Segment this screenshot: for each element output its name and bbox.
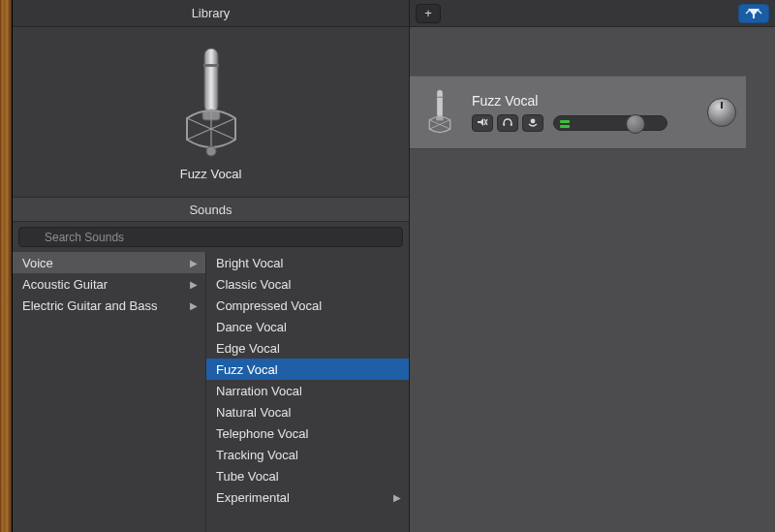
add-track-button[interactable]: + bbox=[416, 4, 441, 23]
library-header: Library bbox=[13, 0, 409, 27]
preset-item-label: Natural Vocal bbox=[216, 405, 291, 420]
preset-item[interactable]: Tracking Vocal bbox=[206, 444, 409, 465]
preset-item-label: Classic Vocal bbox=[216, 277, 291, 292]
category-item-label: Electric Guitar and Bass bbox=[22, 298, 157, 313]
input-icon bbox=[527, 116, 539, 130]
pan-knob[interactable] bbox=[707, 98, 736, 127]
preset-preview: Fuzz Vocal bbox=[13, 27, 409, 197]
sounds-header: Sounds bbox=[13, 197, 409, 222]
plus-icon: + bbox=[424, 6, 432, 20]
preset-item-label: Tube Vocal bbox=[216, 469, 279, 484]
svg-point-6 bbox=[206, 146, 216, 156]
svg-rect-12 bbox=[437, 97, 444, 98]
track-name: Fuzz Vocal bbox=[472, 93, 688, 109]
svg-rect-1 bbox=[203, 64, 219, 67]
category-item-label: Voice bbox=[22, 256, 53, 270]
filter-icon bbox=[745, 8, 762, 19]
filter-button[interactable] bbox=[738, 4, 769, 23]
preset-item-label: Narration Vocal bbox=[216, 384, 302, 398]
chevron-right-icon: ▶ bbox=[393, 492, 401, 503]
headphone-icon bbox=[502, 116, 513, 130]
chevron-right-icon: ▶ bbox=[190, 279, 198, 290]
tracks-toolbar: + bbox=[410, 0, 775, 27]
svg-rect-11 bbox=[437, 90, 443, 117]
preset-item-label: Fuzz Vocal bbox=[216, 362, 278, 377]
preset-item-label: Bright Vocal bbox=[216, 256, 283, 270]
svg-line-9 bbox=[746, 10, 750, 14]
preset-item[interactable]: Dance Vocal bbox=[206, 316, 409, 337]
track-header[interactable]: Fuzz Vocal bbox=[410, 76, 746, 149]
preset-item-label: Compressed Vocal bbox=[216, 298, 322, 313]
headphone-button[interactable] bbox=[497, 114, 518, 132]
mute-icon bbox=[477, 116, 488, 130]
chevron-right-icon: ▶ bbox=[190, 300, 198, 311]
search-input[interactable] bbox=[18, 227, 403, 247]
svg-rect-18 bbox=[503, 123, 505, 126]
preset-item[interactable]: Experimental▶ bbox=[206, 486, 409, 508]
sound-browser: Voice▶Acoustic Guitar▶Electric Guitar an… bbox=[13, 252, 409, 532]
preset-item[interactable]: Natural Vocal bbox=[206, 401, 409, 422]
preset-column: Bright VocalClassic VocalCompressed Voca… bbox=[206, 252, 409, 532]
chevron-right-icon: ▶ bbox=[190, 258, 198, 268]
library-title: Library bbox=[192, 6, 231, 20]
track-meta: Fuzz Vocal bbox=[472, 93, 688, 132]
svg-rect-0 bbox=[204, 48, 218, 112]
preset-item[interactable]: Bright Vocal bbox=[206, 252, 409, 273]
category-item-label: Acoustic Guitar bbox=[22, 277, 108, 292]
preset-item[interactable]: Edge Vocal bbox=[206, 337, 409, 359]
library-panel: Library Fuzz Vocal Sounds bbox=[13, 0, 410, 532]
tracks-pane: + bbox=[410, 0, 775, 532]
wood-edge bbox=[0, 0, 13, 532]
svg-line-10 bbox=[758, 10, 761, 14]
preset-item[interactable]: Classic Vocal bbox=[206, 273, 409, 295]
preset-item-label: Tracking Vocal bbox=[216, 448, 298, 462]
preset-item[interactable]: Fuzz Vocal bbox=[206, 359, 409, 380]
category-column: Voice▶Acoustic Guitar▶Electric Guitar an… bbox=[13, 252, 206, 532]
input-monitor-button[interactable] bbox=[522, 114, 543, 132]
level-led-icon bbox=[560, 125, 570, 128]
svg-point-20 bbox=[531, 119, 536, 124]
preset-item[interactable]: Narration Vocal bbox=[206, 380, 409, 401]
preset-item-label: Dance Vocal bbox=[216, 320, 287, 334]
track-thumb-icon bbox=[418, 83, 462, 141]
volume-knob[interactable] bbox=[626, 114, 645, 134]
category-item[interactable]: Voice▶ bbox=[13, 252, 205, 273]
category-item[interactable]: Electric Guitar and Bass▶ bbox=[13, 295, 205, 316]
search-wrap bbox=[13, 222, 409, 252]
preset-item[interactable]: Tube Vocal bbox=[206, 465, 409, 486]
volume-slider[interactable] bbox=[553, 115, 667, 131]
level-led-icon bbox=[560, 120, 570, 123]
preset-name: Fuzz Vocal bbox=[180, 167, 242, 181]
sounds-title: Sounds bbox=[189, 203, 232, 217]
microphone-icon bbox=[177, 43, 245, 159]
preset-item[interactable]: Compressed Vocal bbox=[206, 295, 409, 316]
preset-item-label: Experimental bbox=[216, 490, 290, 505]
mute-button[interactable] bbox=[472, 114, 493, 132]
preset-item-label: Edge Vocal bbox=[216, 341, 280, 356]
category-item[interactable]: Acoustic Guitar▶ bbox=[13, 273, 205, 295]
svg-rect-19 bbox=[511, 123, 512, 126]
track-controls bbox=[472, 114, 688, 132]
preset-item[interactable]: Telephone Vocal bbox=[206, 422, 409, 444]
track-area: Fuzz Vocal bbox=[410, 27, 775, 532]
preset-item-label: Telephone Vocal bbox=[216, 426, 308, 441]
